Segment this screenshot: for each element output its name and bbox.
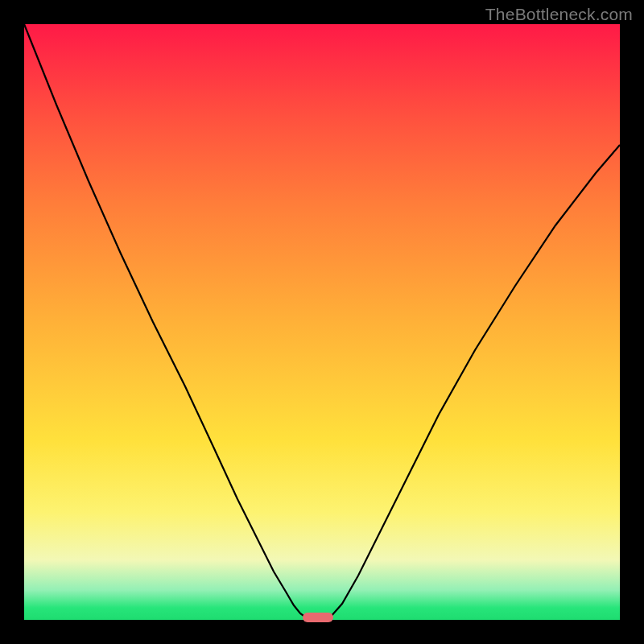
bottleneck-curve [24,24,620,620]
chart-frame: TheBottleneck.com [0,0,644,644]
watermark-text: TheBottleneck.com [485,5,633,24]
curve-right-branch [330,145,620,617]
curve-left-branch [24,24,306,617]
plot-area [24,24,620,620]
minimum-marker [303,613,333,622]
